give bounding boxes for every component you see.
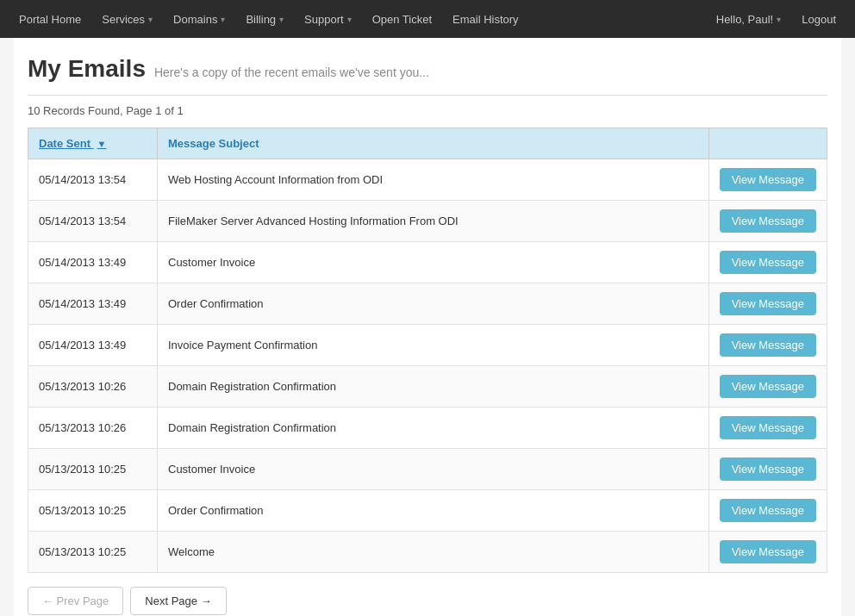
col-action bbox=[708, 128, 827, 159]
page-title: My Emails bbox=[28, 55, 146, 83]
cell-subject: Domain Registration Confirmation bbox=[158, 408, 709, 449]
nav-email-history[interactable]: Email History bbox=[442, 0, 529, 38]
table-row: 05/14/2013 13:54Web Hosting Account Info… bbox=[28, 159, 827, 201]
cell-date: 05/13/2013 10:25 bbox=[28, 490, 158, 532]
cell-subject: Domain Registration Confirmation bbox=[158, 366, 709, 408]
nav-services[interactable]: Services ▾ bbox=[91, 0, 163, 38]
table-row: 05/13/2013 10:25Customer InvoiceView Mes… bbox=[28, 449, 827, 490]
table-row: 05/14/2013 13:49Order ConfirmationView M… bbox=[28, 283, 827, 325]
cell-action: View Message bbox=[708, 283, 827, 325]
nav-hello-user[interactable]: Hello, Paul! ▾ bbox=[706, 0, 791, 38]
billing-dropdown-arrow: ▾ bbox=[279, 15, 284, 24]
cell-action: View Message bbox=[708, 532, 827, 573]
cell-date: 05/13/2013 10:25 bbox=[28, 449, 158, 490]
cell-subject: Web Hosting Account Information from ODI bbox=[158, 159, 709, 201]
cell-subject: Welcome bbox=[158, 532, 709, 573]
email-rows: 05/14/2013 13:54Web Hosting Account Info… bbox=[28, 159, 827, 573]
emails-table: Date Sent ▼ Message Subject 05/14/2013 1… bbox=[28, 128, 827, 573]
cell-action: View Message bbox=[708, 201, 827, 242]
table-row: 05/13/2013 10:26Domain Registration Conf… bbox=[28, 408, 827, 449]
domains-dropdown-arrow: ▾ bbox=[221, 15, 225, 24]
cell-subject: Order Confirmation bbox=[158, 283, 709, 325]
main-content: My Emails Here's a copy of the recent em… bbox=[14, 38, 841, 616]
view-message-button[interactable]: View Message bbox=[720, 333, 816, 357]
cell-date: 05/13/2013 10:25 bbox=[28, 532, 158, 573]
view-message-button[interactable]: View Message bbox=[720, 540, 816, 563]
nav-domains[interactable]: Domains ▾ bbox=[163, 0, 235, 38]
nav-open-ticket[interactable]: Open Ticket bbox=[362, 0, 442, 38]
cell-action: View Message bbox=[708, 366, 827, 408]
col-message-subject: Message Subject bbox=[158, 128, 709, 159]
cell-subject: Order Confirmation bbox=[158, 490, 709, 532]
cell-date: 05/14/2013 13:54 bbox=[28, 201, 158, 242]
nav-logout[interactable]: Logout bbox=[791, 0, 846, 38]
cell-action: View Message bbox=[708, 408, 827, 449]
page-subtitle: Here's a copy of the recent emails we've… bbox=[154, 65, 429, 79]
table-row: 05/13/2013 10:25Order ConfirmationView M… bbox=[28, 490, 827, 532]
cell-action: View Message bbox=[708, 449, 827, 490]
table-row: 05/13/2013 10:25WelcomeView Message bbox=[28, 532, 827, 573]
cell-subject: Customer Invoice bbox=[158, 449, 709, 490]
cell-subject: FileMaker Server Advanced Hosting Inform… bbox=[158, 201, 709, 242]
next-page-button[interactable]: Next Page → bbox=[130, 587, 226, 615]
support-dropdown-arrow: ▾ bbox=[347, 15, 352, 24]
cell-action: View Message bbox=[708, 159, 827, 201]
cell-subject: Customer Invoice bbox=[158, 242, 709, 283]
date-sort-arrow: ▼ bbox=[97, 139, 107, 149]
cell-action: View Message bbox=[708, 325, 827, 366]
cell-date: 05/14/2013 13:49 bbox=[28, 325, 158, 366]
page-header: My Emails Here's a copy of the recent em… bbox=[28, 55, 827, 96]
cell-date: 05/13/2013 10:26 bbox=[28, 408, 158, 449]
view-message-button[interactable]: View Message bbox=[720, 499, 816, 522]
view-message-button[interactable]: View Message bbox=[720, 292, 816, 315]
nav-right: Hello, Paul! ▾ Logout bbox=[706, 0, 846, 38]
main-nav: Portal Home Services ▾ Domains ▾ Billing… bbox=[0, 0, 855, 38]
table-row: 05/14/2013 13:54FileMaker Server Advance… bbox=[28, 201, 827, 242]
cell-date: 05/14/2013 13:49 bbox=[28, 242, 158, 283]
view-message-button[interactable]: View Message bbox=[720, 416, 816, 439]
col-date-sent[interactable]: Date Sent ▼ bbox=[28, 128, 158, 159]
view-message-button[interactable]: View Message bbox=[720, 209, 816, 233]
pagination: ← Prev Page Next Page → bbox=[28, 587, 827, 615]
user-dropdown-arrow: ▾ bbox=[777, 15, 781, 24]
view-message-button[interactable]: View Message bbox=[720, 251, 816, 274]
cell-subject: Invoice Payment Confirmation bbox=[158, 325, 709, 366]
table-row: 05/13/2013 10:26Domain Registration Conf… bbox=[28, 366, 827, 408]
table-row: 05/14/2013 13:49Invoice Payment Confirma… bbox=[28, 325, 827, 366]
view-message-button[interactable]: View Message bbox=[720, 168, 816, 191]
cell-date: 05/14/2013 13:49 bbox=[28, 283, 158, 325]
services-dropdown-arrow: ▾ bbox=[148, 15, 153, 24]
nav-support[interactable]: Support ▾ bbox=[294, 0, 362, 38]
cell-date: 05/14/2013 13:54 bbox=[28, 159, 158, 201]
nav-billing[interactable]: Billing ▾ bbox=[235, 0, 294, 38]
table-header-row: Date Sent ▼ Message Subject bbox=[28, 128, 827, 159]
view-message-button[interactable]: View Message bbox=[720, 457, 816, 481]
prev-page-button[interactable]: ← Prev Page bbox=[28, 587, 123, 615]
records-info: 10 Records Found, Page 1 of 1 bbox=[28, 104, 827, 117]
cell-date: 05/13/2013 10:26 bbox=[28, 366, 158, 408]
view-message-button[interactable]: View Message bbox=[720, 375, 816, 398]
cell-action: View Message bbox=[708, 490, 827, 532]
table-row: 05/14/2013 13:49Customer InvoiceView Mes… bbox=[28, 242, 827, 283]
cell-action: View Message bbox=[708, 242, 827, 283]
nav-portal-home[interactable]: Portal Home bbox=[9, 0, 91, 38]
